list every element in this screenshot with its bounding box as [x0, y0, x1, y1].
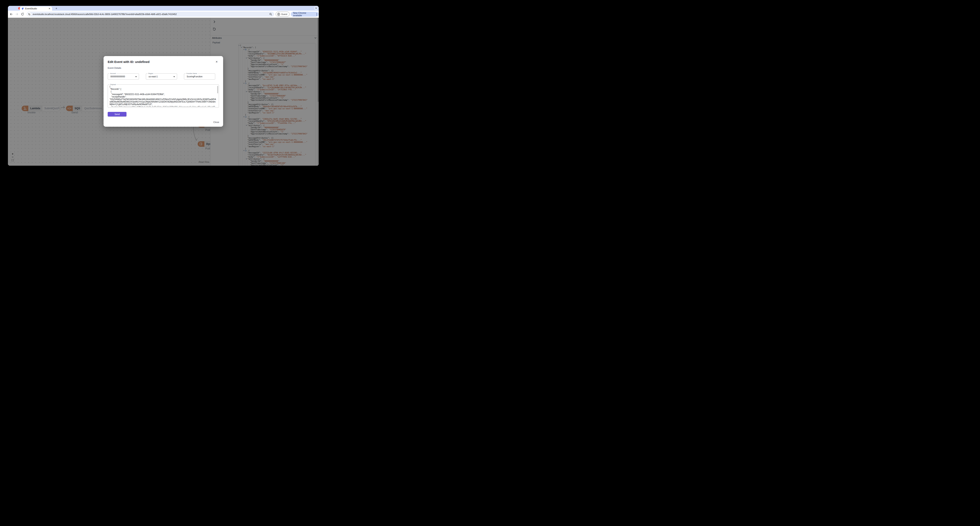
tab-strip: EventStudio ✕ +	[8, 6, 319, 11]
guest-label: Guest	[281, 13, 287, 16]
modal-title: Edit Event with ID: undefined	[108, 60, 150, 64]
url-text: eventstudio.localhost.localstack.cloud:4…	[33, 13, 268, 16]
reload-button[interactable]	[20, 12, 25, 17]
page-content: Lambda SubmitQuizFunction Invoke SQS Qui…	[8, 18, 319, 166]
dropdown-caret-icon	[173, 76, 175, 77]
tab-search-chevron-button[interactable]	[314, 6, 318, 10]
account-value: 000000000000	[110, 73, 125, 80]
event-fields-row: Account 000000000000 Region us-east-1 Fu…	[108, 73, 215, 80]
guest-avatar-icon	[277, 13, 280, 16]
event-details-label: Event Details	[108, 67, 121, 69]
forward-button[interactable]	[14, 12, 19, 17]
dropdown-caret-icon	[135, 76, 137, 77]
tab-close-icon[interactable]: ✕	[49, 8, 51, 10]
tune-icon	[28, 13, 30, 16]
back-arrow-icon	[10, 13, 13, 16]
browser-window: EventStudio ✕ +	[8, 6, 319, 166]
profile-button[interactable]: Guest	[276, 12, 290, 17]
payload-field: Payload { "Records": [ { "messageId": "6…	[108, 84, 219, 108]
region-select[interactable]: Region us-east-1	[146, 73, 177, 80]
browser-toolbar: eventstudio.localhost.localstack.cloud:4…	[8, 11, 319, 18]
kebab-menu-icon[interactable]	[317, 13, 317, 16]
site-settings-button[interactable]	[27, 12, 31, 16]
favicon-eventstudio-icon	[21, 7, 24, 10]
chrome-update-button[interactable]: New Chrome available	[291, 12, 319, 17]
zoom-out-page-button[interactable]	[269, 13, 272, 16]
close-button[interactable]: Close	[213, 121, 219, 123]
edit-event-modal: Edit Event with ID: undefined ✕ Event De…	[103, 56, 223, 127]
chevron-down-icon	[315, 8, 317, 9]
account-select[interactable]: Account 000000000000	[108, 73, 139, 80]
function-name-field[interactable]: Function Name ScoringFunction	[184, 73, 215, 80]
new-tab-button[interactable]: +	[54, 7, 58, 10]
back-button[interactable]	[9, 12, 14, 17]
send-button[interactable]: Send	[108, 112, 126, 116]
modal-close-icon[interactable]: ✕	[215, 60, 218, 63]
url-bar[interactable]: eventstudio.localhost.localstack.cloud:4…	[27, 12, 274, 17]
payload-field-label: Payload	[110, 84, 116, 85]
function-name-value: ScoringFunction	[187, 73, 202, 80]
tab-eventstudio[interactable]: EventStudio ✕	[20, 6, 52, 11]
payload-scrollbar-thumb[interactable]	[217, 86, 218, 93]
forward-arrow-icon	[16, 13, 18, 16]
payload-textarea[interactable]: { "Records": [ { "messageId": "65032221-…	[110, 85, 217, 107]
reload-icon	[21, 13, 24, 16]
region-value: us-east-1	[148, 73, 158, 80]
magnifier-minus-icon	[269, 13, 272, 16]
tab-title: EventStudio	[25, 7, 47, 10]
update-label: New Chrome available	[293, 12, 315, 17]
